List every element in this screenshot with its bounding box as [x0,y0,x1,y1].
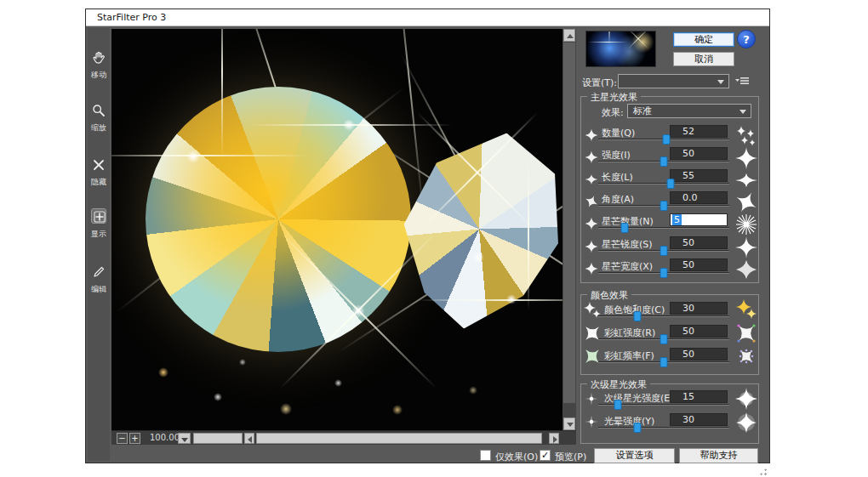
title-bar[interactable]: StarFilter Pro 3 [86,9,769,26]
hand-icon [91,50,106,65]
filter-thumbnail [585,31,656,67]
slider-label: 角度(A) [602,193,634,206]
slider-label: 星芒宽度(X) [602,260,653,273]
slider-thumb[interactable] [660,334,668,344]
value-box[interactable]: 55 [670,169,728,182]
value-box[interactable]: 50 [670,147,728,160]
sparkle-core [472,252,484,264]
chevron-down-icon [717,80,724,84]
hide-tool[interactable]: 隐藏 [88,157,110,188]
sparkle-ray [528,157,529,310]
starburst-icon [734,213,758,236]
main-star-group: 主星光效果 效果: 标准 数量(Q) 52 强度(I) 50 [580,96,759,283]
scroll-right-button[interactable] [549,433,559,444]
value-box[interactable]: 15 [670,390,728,403]
scroll-left-button[interactable] [244,433,254,444]
tool-label: 隐藏 [88,177,110,188]
preset-dropdown[interactable] [618,74,729,88]
group-title: 次级星光效果 [587,378,650,391]
vertical-scrollbar[interactable] [562,29,576,430]
vertical-scroll-thumb[interactable] [563,43,575,403]
effect-dropdown[interactable]: 标准 [627,104,751,118]
color-effect-group: 颜色效果 颜色饱和度(C) 30 彩虹强度(R) 50 彩虹频率(F) 50 [580,294,759,375]
slider-track[interactable] [598,139,729,140]
chevron-down-icon [740,110,746,114]
slider-track[interactable] [598,404,729,406]
tool-label: 移动 [88,70,110,81]
cancel-button[interactable]: 取消 [673,52,734,66]
value-box[interactable]: 50 [670,348,728,361]
slider-label: 彩虹频率(F) [604,349,654,362]
slider-track[interactable] [598,205,729,207]
slider-thumb[interactable] [634,311,642,321]
slider-label: 数量(Q) [602,127,635,139]
slider-track[interactable] [598,272,729,274]
preview-label: 预览(P) [555,451,586,463]
xstar-green-icon [582,346,602,366]
preset-menu-icon[interactable] [734,74,751,88]
settings-options-button[interactable]: 设置选项 [594,448,675,463]
secondary-star-group: 次级星光效果 次级星光强度(E) 15 光晕强度(Y) 30 [580,383,759,444]
slider-track[interactable] [598,161,729,162]
slider-track[interactable] [598,338,729,340]
zoom-out-button[interactable]: − [117,433,128,444]
bokeh-dot [239,359,246,366]
control-panel: 确定 取消 ? 设置(T): 主星光效果 效果: 标准 数量(Q) 52 [580,29,769,462]
slider-thumb[interactable] [660,201,668,211]
zoom-tool[interactable]: 缩放 [88,103,110,133]
tool-label: 缩放 [88,122,110,133]
star-bright-icon [734,146,758,170]
ok-button[interactable]: 确定 [673,32,734,47]
stars-gold-icon [734,298,758,321]
edit-tool[interactable]: 编辑 [88,264,110,295]
slider-thumb[interactable] [660,357,668,367]
slider-track[interactable] [598,250,729,252]
slider-track[interactable] [598,427,729,429]
slider-thumb[interactable] [660,246,668,256]
value-box[interactable]: 30 [670,413,728,426]
slider-track[interactable] [598,315,729,317]
value-box[interactable]: 50 [670,258,728,271]
slider-thumb[interactable] [666,179,674,189]
value-box[interactable]: 50 [670,325,728,338]
slider-thumb[interactable] [663,134,671,145]
sparkle-core [506,294,517,304]
preview-checkbox[interactable]: ✓ [540,450,551,461]
sparkle-core [343,119,355,131]
glow-star-small-icon [584,391,599,406]
value-box[interactable]: 0.0 [670,191,728,204]
value-box[interactable]: 52 [670,125,728,138]
scroll-down-button[interactable] [563,417,575,430]
slider-track[interactable] [598,227,729,229]
scroll-up-button[interactable] [563,29,575,42]
help-icon[interactable]: ? [737,30,756,48]
move-tool[interactable]: 移动 [88,50,110,81]
slider-thumb[interactable] [660,156,668,167]
tool-label: 编辑 [88,284,110,295]
zoom-in-button[interactable]: + [129,433,140,444]
show-tool[interactable]: 显示 [88,208,110,240]
star-small-icon [584,261,599,276]
glow-star-small-icon [584,414,599,429]
slider-thumb[interactable] [614,400,622,410]
resize-grip[interactable] [755,468,767,477]
slider-thumb[interactable] [620,223,628,233]
preview-canvas[interactable] [111,29,562,430]
slider-thumb[interactable] [634,423,642,433]
slider-thumb[interactable] [660,268,668,278]
star-wide-icon [734,258,758,281]
zoom-dropdown-button[interactable] [178,433,191,444]
scroll-segment[interactable] [193,433,243,444]
value-box[interactable]: 50 [670,236,728,249]
value-input[interactable]: 5 [670,213,728,226]
sparkle-core [186,150,200,163]
star-small-icon [584,150,599,165]
xstar-white-icon [582,323,602,344]
slider-track[interactable] [598,183,729,185]
slider-track[interactable] [598,361,729,363]
help-support-button[interactable]: 帮助支持 [679,448,758,463]
value-box[interactable]: 30 [670,302,728,315]
horizontal-scroll-thumb[interactable] [256,433,542,444]
effects-only-checkbox[interactable] [480,450,491,461]
star-tilted-icon [734,190,758,214]
